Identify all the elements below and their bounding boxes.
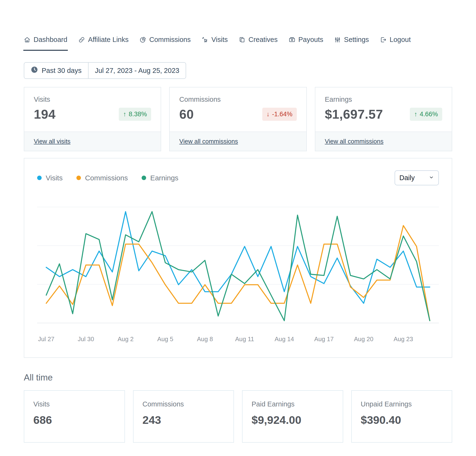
legend-dot-icon <box>142 175 146 180</box>
date-range-button[interactable]: Jul 27, 2023 - Aug 25, 2023 <box>88 63 186 78</box>
all-time-card-commissions: Commissions243 <box>133 390 234 443</box>
nav-item-visits[interactable]: Visits <box>202 36 228 51</box>
logout-icon <box>380 36 387 43</box>
nav-item-label: Logout <box>390 36 411 44</box>
stat-card-value: $1,697.57 <box>325 107 383 122</box>
stat-card-value: 194 <box>34 107 56 122</box>
stat-card-body: Earnings$1,697.57↑4.66% <box>315 88 452 132</box>
nav-item-label: Creatives <box>248 36 278 44</box>
chart-header: VisitsCommissionsEarnings Daily <box>37 170 439 185</box>
all-time-card-label: Unpaid Earnings <box>361 400 443 408</box>
x-tick-label: Aug 20 <box>354 336 374 342</box>
nav-item-dashboard[interactable]: Dashboard <box>24 36 67 51</box>
all-time-card-value: $390.40 <box>361 413 443 426</box>
nav-item-label: Settings <box>344 36 369 44</box>
cursor-click-icon <box>202 36 208 43</box>
x-tick-label: Aug 14 <box>275 336 294 342</box>
view-all-link[interactable]: View all visits <box>34 138 70 145</box>
x-tick-label: Aug 8 <box>197 336 213 342</box>
stat-card-visits: Visits194↑8.38%View all visits <box>24 87 161 151</box>
interval-select[interactable]: Daily <box>395 170 439 185</box>
legend-label: Visits <box>46 174 63 182</box>
date-preset-button[interactable]: Past 30 days <box>24 63 88 78</box>
all-time-card-visits: Visits686 <box>24 390 125 443</box>
x-tick-label: Jul 27 <box>38 336 54 342</box>
stat-card-label: Commissions <box>179 96 297 103</box>
nav-item-label: Dashboard <box>34 36 67 44</box>
legend-label: Earnings <box>150 174 178 182</box>
nav-item-label: Commissions <box>149 36 191 44</box>
chevron-down-icon <box>429 174 434 182</box>
all-time-card-unpaid-earnings: Unpaid Earnings$390.40 <box>351 390 452 443</box>
stat-card-label: Visits <box>34 96 151 103</box>
all-time-card-label: Paid Earnings <box>252 400 334 408</box>
x-tick-label: Aug 5 <box>157 336 173 342</box>
date-range-label: Jul 27, 2023 - Aug 25, 2023 <box>95 67 179 75</box>
dashboard-page: DashboardAffiliate LinksCommissionsVisit… <box>0 0 476 456</box>
x-tick-label: Aug 2 <box>118 336 134 342</box>
all-time-card-value: 686 <box>33 413 115 426</box>
all-time-card-label: Visits <box>33 400 115 408</box>
stat-card-body: Commissions60↓-1.64% <box>170 88 306 132</box>
change-value: 4.66% <box>420 111 438 118</box>
legend-item-commissions[interactable]: Commissions <box>76 174 128 182</box>
chart-legend: VisitsCommissionsEarnings <box>37 174 178 182</box>
view-all-link[interactable]: View all commissions <box>325 138 384 145</box>
change-badge: ↑8.38% <box>119 108 151 121</box>
nav-item-affiliate-links[interactable]: Affiliate Links <box>78 36 128 51</box>
all-time-card-label: Commissions <box>143 400 225 408</box>
stat-card-footer: View all visits <box>24 132 161 151</box>
chart-card: VisitsCommissionsEarnings Daily Jul 27Ju… <box>24 158 452 358</box>
stat-card-footer: View all commissions <box>170 132 306 151</box>
x-tick-label: Aug 11 <box>235 336 254 342</box>
all-time-card-value: 243 <box>143 413 225 426</box>
series-line-visits <box>46 211 430 303</box>
interval-selected-label: Daily <box>399 174 415 182</box>
arrow-down-icon: ↓ <box>267 111 270 118</box>
pie-chart-icon <box>139 36 146 43</box>
nav-item-logout[interactable]: Logout <box>380 36 411 51</box>
change-value: -1.64% <box>272 111 292 118</box>
all-time-card-value: $9,924.00 <box>252 413 334 426</box>
legend-item-visits[interactable]: Visits <box>37 174 63 182</box>
arrow-up-icon: ↑ <box>414 111 417 118</box>
arrow-up-icon: ↑ <box>123 111 126 118</box>
link-icon <box>78 36 85 43</box>
stat-cards-row: Visits194↑8.38%View all visitsCommission… <box>24 87 452 151</box>
nav-item-label: Visits <box>211 36 228 44</box>
pages-icon <box>239 36 245 43</box>
x-tick-label: Jul 30 <box>78 336 94 342</box>
view-all-link[interactable]: View all commissions <box>179 138 238 145</box>
x-tick-label: Aug 23 <box>394 336 413 342</box>
stat-card-value-row: $1,697.57↑4.66% <box>325 107 442 122</box>
legend-dot-icon <box>76 175 81 180</box>
stat-card-label: Earnings <box>325 96 442 103</box>
x-tick-label: Aug 17 <box>314 336 334 342</box>
legend-item-earnings[interactable]: Earnings <box>142 174 178 182</box>
stat-card-commissions: Commissions60↓-1.64%View all commissions <box>169 87 306 151</box>
nav-item-label: Affiliate Links <box>88 36 128 44</box>
stat-card-footer: View all commissions <box>315 132 452 151</box>
change-value: 8.38% <box>129 111 147 118</box>
nav-item-payouts[interactable]: Payouts <box>289 36 323 51</box>
series-line-earnings <box>46 211 430 321</box>
stat-card-body: Visits194↑8.38% <box>24 88 161 132</box>
legend-dot-icon <box>37 175 42 180</box>
change-badge: ↑4.66% <box>410 108 442 121</box>
main-nav: DashboardAffiliate LinksCommissionsVisit… <box>24 36 452 51</box>
sliders-icon <box>334 36 341 43</box>
nav-item-label: Payouts <box>298 36 323 44</box>
cash-icon <box>289 36 295 43</box>
stat-card-earnings: Earnings$1,697.57↑4.66%View all commissi… <box>315 87 452 151</box>
stat-card-value: 60 <box>179 107 194 122</box>
change-badge: ↓-1.64% <box>262 108 297 121</box>
line-chart: Jul 27Jul 30Aug 2Aug 5Aug 8Aug 11Aug 14A… <box>37 191 439 350</box>
nav-item-settings[interactable]: Settings <box>334 36 369 51</box>
stat-card-value-row: 60↓-1.64% <box>179 107 297 122</box>
all-time-title: All time <box>24 373 452 383</box>
home-icon <box>24 36 30 43</box>
chart-area: Jul 27Jul 30Aug 2Aug 5Aug 8Aug 11Aug 14A… <box>37 191 439 350</box>
nav-item-creatives[interactable]: Creatives <box>239 36 278 51</box>
date-filter: Past 30 days Jul 27, 2023 - Aug 25, 2023 <box>24 62 186 79</box>
nav-item-commissions[interactable]: Commissions <box>139 36 191 51</box>
